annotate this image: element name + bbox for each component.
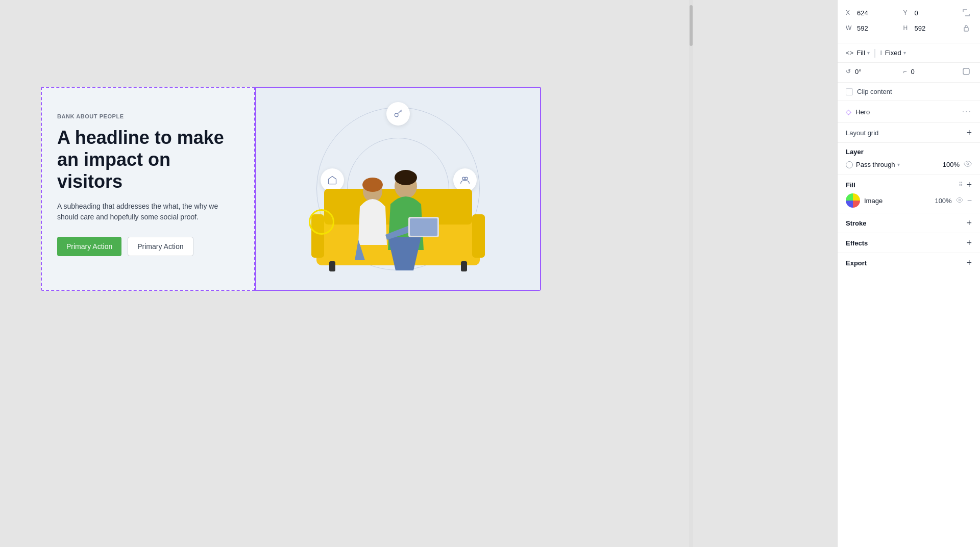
hero-section-left: ◇ Hero bbox=[846, 108, 870, 116]
icon-bubble-top bbox=[386, 102, 410, 126]
fill-chevron-icon: ▾ bbox=[867, 50, 870, 56]
layer-opacity-value[interactable]: 100% bbox=[943, 161, 960, 168]
lock-ratio-button[interactable] bbox=[961, 22, 972, 34]
h-label: H bbox=[903, 24, 912, 32]
layout-grid-row: Layout grid + bbox=[838, 123, 980, 143]
primary-action-button[interactable]: Primary Action bbox=[57, 237, 121, 256]
scrollbar-thumb[interactable] bbox=[690, 5, 693, 46]
fill-grid-icon[interactable]: ⠿ bbox=[959, 181, 963, 188]
clip-content-label: Clip content bbox=[857, 88, 892, 95]
couch-svg bbox=[306, 138, 490, 281]
fixed-text: Fixed bbox=[885, 49, 901, 57]
svg-rect-17 bbox=[963, 68, 969, 74]
export-section-title: Export bbox=[846, 259, 867, 267]
code-icon: <> bbox=[846, 49, 853, 57]
stroke-section-title: Stroke bbox=[846, 219, 866, 227]
fill-item: Image 100% − bbox=[846, 193, 972, 208]
layer-section: Layer Pass through ▾ 100% bbox=[838, 143, 980, 175]
layer-row: Pass through ▾ 100% bbox=[846, 160, 972, 169]
layer-section-title: Layer bbox=[846, 148, 972, 156]
svg-rect-7 bbox=[472, 214, 485, 258]
xy-row: X 624 Y 0 bbox=[846, 7, 972, 18]
key-icon bbox=[393, 109, 403, 119]
btn-group: Primary Action Primary Action bbox=[57, 237, 239, 256]
effects-section-title: Effects bbox=[846, 239, 868, 247]
fill-section-actions: ⠿ + bbox=[959, 180, 972, 189]
w-value[interactable]: 592 bbox=[857, 24, 868, 32]
x-label: X bbox=[846, 9, 854, 16]
export-section: Export + bbox=[838, 253, 980, 272]
couch-scene bbox=[306, 138, 490, 281]
corner-radius-icon: ⌐ bbox=[903, 68, 907, 75]
fill-thumb-inner bbox=[846, 193, 860, 208]
corner-radius-field: ⌐ 0 bbox=[903, 68, 957, 76]
fill-type-label: Image bbox=[864, 197, 883, 205]
rotation-row: ↺ 0° ⌐ 0 bbox=[838, 63, 980, 83]
divider: | bbox=[874, 47, 876, 58]
fixed-icon: I bbox=[880, 49, 881, 57]
secondary-action-button[interactable]: Primary Action bbox=[128, 237, 193, 256]
position-section: X 624 Y 0 W 592 H 592 bbox=[838, 0, 980, 43]
hero-more-options-button[interactable]: ··· bbox=[962, 107, 972, 116]
w-label: W bbox=[846, 24, 854, 32]
fill-section-title: Fill bbox=[846, 181, 855, 189]
svg-point-18 bbox=[967, 163, 969, 165]
fixed-dropdown[interactable]: I Fixed ▾ bbox=[880, 49, 905, 57]
circle-container bbox=[311, 102, 485, 276]
fill-visibility-icon[interactable] bbox=[956, 196, 963, 205]
fill-panel-section: Fill ⠿ + Image 100% − bbox=[838, 175, 980, 213]
rotation-icon: ↺ bbox=[846, 68, 851, 75]
layout-grid-label: Layout grid bbox=[846, 129, 878, 137]
add-export-button[interactable]: + bbox=[966, 258, 972, 267]
hero-section-title: Hero bbox=[855, 108, 870, 116]
clip-content-checkbox[interactable] bbox=[846, 88, 853, 95]
pass-through-chevron-icon: ▾ bbox=[897, 162, 900, 167]
hero-right-section bbox=[255, 87, 541, 291]
effects-section: Effects + bbox=[838, 233, 980, 253]
canvas-scrollbar[interactable] bbox=[689, 0, 693, 547]
hero-section-header[interactable]: ◇ Hero ··· bbox=[838, 101, 980, 123]
rotation-value[interactable]: 0° bbox=[855, 68, 861, 76]
x-field: X 624 bbox=[846, 7, 899, 18]
clip-content-row: Clip content bbox=[838, 83, 980, 101]
hero-frame: BANK ABOUT PEOPLE A headline to make an … bbox=[41, 87, 541, 291]
layer-left: Pass through ▾ bbox=[846, 161, 900, 168]
bank-label: BANK ABOUT PEOPLE bbox=[57, 113, 239, 119]
y-label: Y bbox=[903, 9, 912, 16]
yellow-indicator bbox=[309, 209, 334, 235]
remove-fill-button[interactable]: − bbox=[967, 196, 972, 205]
svg-rect-16 bbox=[964, 28, 968, 31]
corner-radius-value[interactable]: 0 bbox=[911, 68, 915, 76]
hero-subheading: A subheading that addresses the what, th… bbox=[57, 201, 239, 222]
w-field: W 592 bbox=[846, 22, 899, 34]
layer-right: 100% bbox=[939, 160, 972, 169]
h-field: H 592 bbox=[903, 22, 957, 34]
y-value[interactable]: 0 bbox=[915, 9, 918, 17]
expand-corners-button[interactable] bbox=[961, 66, 972, 77]
rotation-field: ↺ 0° bbox=[846, 68, 899, 76]
fill-text: Fill bbox=[856, 49, 865, 57]
svg-rect-8 bbox=[329, 261, 335, 271]
pass-through-label: Pass through bbox=[856, 161, 895, 168]
svg-point-13 bbox=[362, 178, 383, 192]
wh-row: W 592 H 592 bbox=[846, 22, 972, 34]
fill-opacity-value[interactable]: 100% bbox=[935, 197, 951, 205]
fill-dropdown[interactable]: <> Fill ▾ bbox=[846, 49, 870, 57]
layer-visibility-icon[interactable] bbox=[964, 160, 972, 169]
add-effect-button[interactable]: + bbox=[966, 238, 972, 247]
svg-rect-9 bbox=[461, 261, 467, 271]
x-value[interactable]: 624 bbox=[857, 9, 868, 17]
add-stroke-button[interactable]: + bbox=[966, 218, 972, 228]
fixed-chevron-icon: ▾ bbox=[903, 50, 906, 56]
layer-circle-icon bbox=[846, 161, 853, 168]
canvas-area: BANK ABOUT PEOPLE A headline to make an … bbox=[0, 0, 837, 547]
hero-headline: A headline to make an impact on visitors bbox=[57, 127, 239, 193]
resize-button[interactable] bbox=[961, 7, 972, 18]
fill-section-header: Fill ⠿ + bbox=[846, 180, 972, 189]
fill-thumbnail[interactable] bbox=[846, 193, 860, 208]
diamond-icon: ◇ bbox=[846, 108, 851, 116]
h-value[interactable]: 592 bbox=[915, 24, 926, 32]
pass-through-dropdown[interactable]: Pass through ▾ bbox=[856, 161, 900, 168]
add-fill-button[interactable]: + bbox=[966, 180, 972, 189]
add-layout-grid-button[interactable]: + bbox=[966, 128, 972, 137]
